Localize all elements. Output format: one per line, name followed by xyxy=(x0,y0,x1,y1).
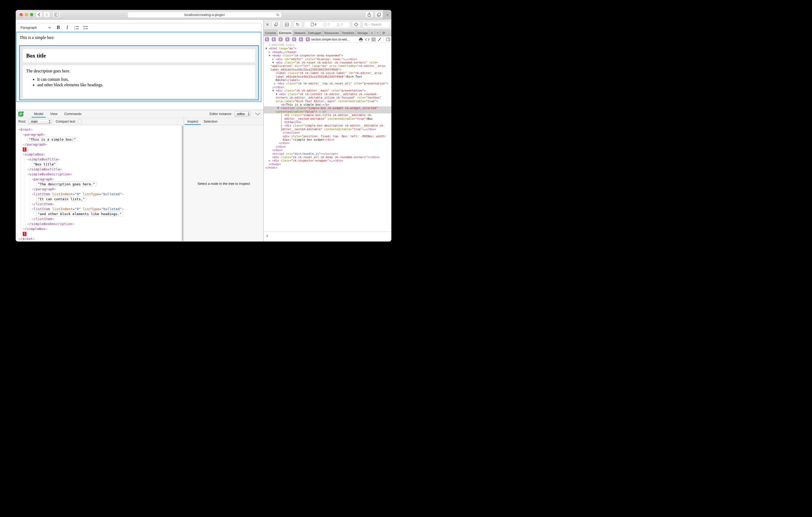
quick-console[interactable]: ❯ xyxy=(264,232,392,242)
source-line[interactable]: ▼ <section class="simple-box ck-widget c… xyxy=(264,107,392,110)
source-line[interactable]: "application" dir="ltr" lang="en" aria-l… xyxy=(264,64,392,68)
devtools-tab-elements[interactable]: Elements xyxy=(278,30,293,36)
compact-text-checkbox[interactable] xyxy=(78,120,82,123)
simple-box-title[interactable]: Box title xyxy=(26,53,46,59)
source-line[interactable]: Editor</label> xyxy=(264,79,392,82)
model-text-node[interactable]: "Box title" xyxy=(32,162,180,167)
tab-view[interactable]: View xyxy=(47,110,61,118)
tab-model[interactable]: Model xyxy=(31,110,47,118)
model-tree-node[interactable]: <$root> xyxy=(18,127,180,132)
model-text-node[interactable]: "It can contain lists," xyxy=(36,196,180,202)
tab-commands[interactable]: Commands xyxy=(61,110,85,118)
source-line[interactable]: </div> xyxy=(264,149,392,152)
source-line[interactable]: <h1 class="simple-box-title ck-editor__e… xyxy=(264,114,392,117)
element-picker-button[interactable] xyxy=(352,21,361,28)
breadcrumb-element-badge[interactable]: E xyxy=(279,37,283,41)
source-line[interactable]: ▶ <div class="ck-inspector-wrapper">…</d… xyxy=(264,159,392,162)
devtools-tab-timelines[interactable]: Timelines xyxy=(340,30,356,36)
warning-count[interactable]: 0 xyxy=(336,23,343,26)
breadcrumb-element-badge[interactable]: E xyxy=(299,37,303,41)
source-line[interactable]: </div> xyxy=(264,142,392,145)
devtools-tab-debugger[interactable]: Debugger xyxy=(307,30,323,36)
window-zoom-button[interactable] xyxy=(30,13,33,16)
breadcrumb-current[interactable]: section.simple-box.ck-wid… xyxy=(311,38,350,41)
new-tab-button[interactable]: + xyxy=(383,10,392,20)
collapse-inspector-button[interactable] xyxy=(255,113,260,115)
simple-box-description-area[interactable]: The description goes here. It can contai… xyxy=(23,65,255,98)
add-tab-button[interactable]: + xyxy=(375,30,381,36)
description-list-item[interactable]: and other block elements like headings. xyxy=(37,83,252,87)
breadcrumb-element-badge[interactable]: E xyxy=(285,37,289,41)
devtools-tab-storage[interactable]: Storage xyxy=(356,30,369,36)
dock-bottom-button[interactable] xyxy=(283,21,291,28)
source-line[interactable]: …</div> xyxy=(264,86,392,89)
devtools-search-field[interactable]: Search xyxy=(362,21,390,28)
source-line[interactable]: <label class="ck ck-label ck-voice-label… xyxy=(264,71,392,75)
model-text-node[interactable]: "and other block elements like headings.… xyxy=(36,211,180,216)
model-tree-node[interactable]: <listItem listIndent="0" listType="bulle… xyxy=(32,207,180,211)
simple-box-title-area[interactable]: Box title xyxy=(23,49,255,62)
selection-marker[interactable]: [ xyxy=(23,147,180,152)
print-icon[interactable] xyxy=(359,38,363,41)
window-close-button[interactable] xyxy=(20,13,23,16)
details-sidebar-toggle-icon[interactable] xyxy=(386,38,390,41)
source-line[interactable]: ▶ <head>…</head> xyxy=(264,51,392,54)
back-button[interactable] xyxy=(36,11,42,18)
code-brackets-icon[interactable] xyxy=(365,38,369,41)
model-tree-node[interactable]: </simpleBoxTitle> xyxy=(27,167,180,172)
source-line[interactable]: </div> xyxy=(264,145,392,149)
source-line[interactable]: label_e63cbbfece34c53ce23501062343f49b8"… xyxy=(264,68,392,71)
source-line[interactable]: corners ck-editor__editable_inline ck-fo… xyxy=(264,96,392,99)
selection-marker[interactable]: ] xyxy=(23,231,180,236)
source-line[interactable]: ▶ <div id="editor" style="display: none;… xyxy=(264,58,392,61)
source-line[interactable]: ▼ <div class="ck ck-reset ck-editor ck-r… xyxy=(264,61,392,64)
error-count[interactable]: 0 xyxy=(323,23,329,26)
tab-overflow-button[interactable]: » xyxy=(369,30,375,36)
paragraph-style-dropdown[interactable]: Paragraph xyxy=(21,23,37,32)
simple-box-widget[interactable]: Box title The description goes here. It … xyxy=(19,45,259,100)
source-line[interactable]: 42px;">simple box widget</div> xyxy=(264,138,392,142)
model-tree-node[interactable]: <simpleBoxDescription> xyxy=(27,172,180,177)
devtools-tab-resources[interactable]: Resources xyxy=(323,30,340,36)
reload-icon[interactable]: ↻ xyxy=(276,13,280,17)
source-line[interactable]: <div class="ck ck-reset_all ck-body ck-r… xyxy=(264,155,392,159)
breadcrumb-element-badge[interactable]: E xyxy=(265,37,269,41)
source-line[interactable]: editor__nested-editable" contenteditable… xyxy=(264,127,392,131)
model-tree-node[interactable]: </$root> xyxy=(18,236,180,241)
devtools-tab-network[interactable]: Network xyxy=(293,30,307,36)
breadcrumb-element-badge[interactable]: E xyxy=(272,37,276,41)
tab-overview-button[interactable] xyxy=(375,11,383,18)
model-tree-node[interactable]: </listItem> xyxy=(32,202,180,207)
source-line[interactable]: contenteditable="false"> = $0 xyxy=(264,110,392,114)
rich-text-editable[interactable]: This is a simple box: Box title The desc… xyxy=(16,32,261,102)
model-tree-node[interactable]: </simpleBoxDescription> xyxy=(27,221,180,226)
grid-icon[interactable] xyxy=(372,38,375,41)
forward-button[interactable] xyxy=(43,11,50,18)
source-line[interactable]: ▼ <html lang="en"> xyxy=(264,47,392,50)
model-tree-node[interactable]: <simpleBox> xyxy=(23,152,180,157)
source-line[interactable]: editor__nested-editable" contenteditable… xyxy=(264,117,392,121)
breadcrumb-element-badge[interactable]: E xyxy=(306,37,310,41)
source-line[interactable]: <script src="dist/bundle.js"></script> xyxy=(264,152,392,155)
dock-side-button[interactable] xyxy=(272,21,281,28)
model-tree-node[interactable]: </paragraph> xyxy=(32,187,180,191)
reload-page-button[interactable]: ↻ xyxy=(293,21,302,28)
source-line[interactable]: aria-label="Rich Text Editor, main" cont… xyxy=(264,99,392,103)
window-minimize-button[interactable] xyxy=(25,13,28,16)
source-line[interactable]: label_e63cbbfece34c53ce23501062343f49b8"… xyxy=(264,75,392,79)
source-line[interactable]: ▼ <div class="ck ck-editor__main" role="… xyxy=(264,89,392,92)
source-line[interactable]: <!DOCTYPE html> xyxy=(264,43,392,47)
source-line[interactable]: </section> xyxy=(264,131,392,134)
paintbrush-icon[interactable] xyxy=(378,38,381,41)
breadcrumb-element-badge[interactable]: E xyxy=(292,37,296,41)
source-line[interactable]: <div style="position: fixed; top: 0px; l… xyxy=(264,134,392,138)
source-line[interactable]: ▼ <div class="ck ck-content ck-editor__e… xyxy=(264,93,392,96)
italic-button[interactable]: I xyxy=(64,23,70,32)
model-text-node[interactable]: "This is a simple box:" xyxy=(27,137,180,142)
model-tree-node[interactable]: <listItem listIndent="0" listType="bulle… xyxy=(32,191,180,196)
model-text-node[interactable]: "The description goes here." xyxy=(36,182,180,187)
share-button[interactable] xyxy=(365,11,373,18)
model-tree-node[interactable]: <paragraph> xyxy=(23,132,180,137)
numbered-list-button[interactable]: 1 2 xyxy=(73,23,80,32)
model-tree-node[interactable]: </paragraph> xyxy=(23,142,180,147)
